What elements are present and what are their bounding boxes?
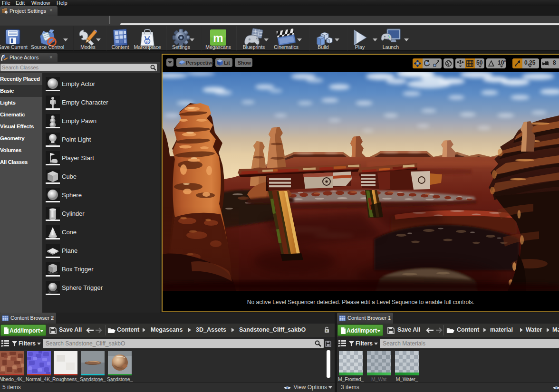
svg-text:u: u <box>146 39 148 44</box>
svg-text:m: m <box>213 31 223 44</box>
